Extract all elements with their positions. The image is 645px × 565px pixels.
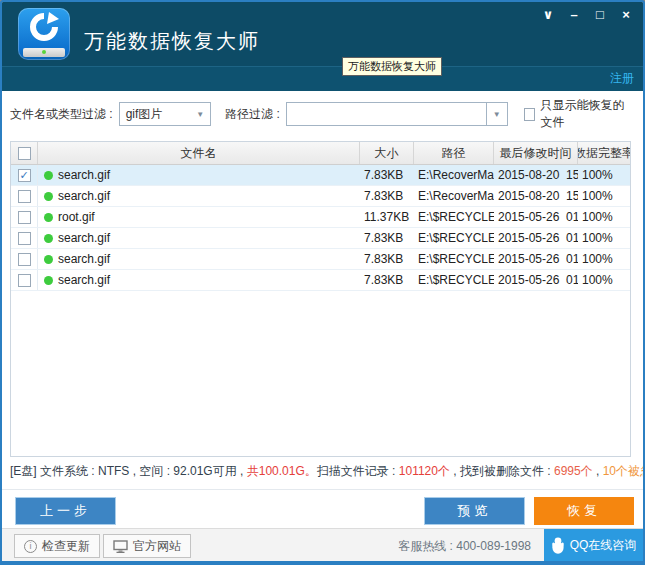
qq-penguin-icon <box>551 537 565 554</box>
row-checkbox[interactable]: ✓ <box>18 169 31 182</box>
header-strip: 注册 <box>2 66 643 91</box>
type-filter-value: gif图片 <box>126 106 163 123</box>
maximize-icon[interactable]: □ <box>593 7 607 23</box>
file-path: E:\RecoverMaste.. <box>414 168 494 182</box>
file-size: 7.83KB <box>360 189 414 203</box>
file-size: 7.83KB <box>360 231 414 245</box>
title-bar: 万能数据恢复大师 ∨ – □ × <box>2 2 643 66</box>
recoverable-checkbox[interactable] <box>524 108 536 121</box>
file-size: 7.83KB <box>360 252 414 266</box>
app-logo <box>18 8 70 60</box>
info-icon: i <box>24 540 37 553</box>
table-row[interactable]: root.gif 11.37KB E:\$RECYCLE.BIN.. 2015-… <box>11 207 630 228</box>
file-name: search.gif <box>58 168 110 182</box>
check-update-button[interactable]: i 检查更新 <box>14 534 100 558</box>
file-path: E:\$RECYCLE.BIN.. <box>414 273 494 287</box>
type-filter-select[interactable]: gif图片 ▼ <box>119 102 211 126</box>
path-filter-input[interactable] <box>286 102 486 126</box>
file-name: search.gif <box>58 252 110 266</box>
file-path: E:\$RECYCLE.BIN.. <box>414 252 494 266</box>
table-header: 文件名 大小 路径 最后修改时间 数据完整率 <box>11 142 630 165</box>
file-modified: 2015-05-26 01:14 <box>494 252 578 266</box>
status-part: , <box>593 464 603 478</box>
caret-down-icon: ▼ <box>493 110 501 119</box>
file-status-dot-icon <box>44 213 53 222</box>
column-header-modified[interactable]: 最后修改时间 <box>494 142 578 164</box>
file-path: E:\$RECYCLE.BIN.. <box>414 231 494 245</box>
path-filter-combo: ▼ <box>286 102 508 126</box>
file-status-dot-icon <box>44 255 53 264</box>
table-row[interactable]: search.gif 7.83KB E:\$RECYCLE.BIN.. 2015… <box>11 270 630 291</box>
status-scanned-count: 101120个 <box>399 464 450 478</box>
file-name: search.gif <box>58 273 110 287</box>
row-checkbox[interactable] <box>18 274 31 287</box>
file-table: 文件名 大小 路径 最后修改时间 数据完整率 ✓ search.gif 7.83… <box>10 141 631 457</box>
row-checkbox[interactable] <box>18 232 31 245</box>
app-title: 万能数据恢复大师 <box>84 28 260 55</box>
file-status-dot-icon <box>44 171 53 180</box>
check-update-label: 检查更新 <box>42 538 90 555</box>
recoverable-checkbox-label: 只显示能恢复的文件 <box>540 97 636 131</box>
file-size: 11.37KB <box>360 210 414 224</box>
recoverable-filter: 只显示能恢复的文件 <box>524 97 636 131</box>
file-integrity: 100% <box>578 210 630 224</box>
column-header-integrity[interactable]: 数据完整率 <box>578 142 630 164</box>
table-row[interactable]: search.gif 7.83KB E:\$RECYCLE.BIN.. 2015… <box>11 249 630 270</box>
separator-line <box>2 489 643 490</box>
file-status-dot-icon <box>44 234 53 243</box>
recovery-arrow-icon <box>25 11 63 49</box>
app-window: 万能数据恢复大师 ∨ – □ × 注册 万能数据恢复大师 文件名或类型过滤 : … <box>0 0 645 565</box>
status-ignored-count: 10个被忽略。 <box>603 464 645 478</box>
table-row[interactable]: search.gif 7.83KB E:\RecoverMaste.. 2015… <box>11 186 630 207</box>
scan-status-text: [E盘] 文件系统 : NTFS , 空间 : 92.01G可用 , 共100.… <box>10 463 637 480</box>
column-header-name[interactable]: 文件名 <box>38 142 360 164</box>
preview-button[interactable]: 预览 <box>424 497 525 525</box>
column-header-size[interactable]: 大小 <box>360 142 414 164</box>
file-name: search.gif <box>58 189 110 203</box>
official-site-button[interactable]: 官方网站 <box>103 534 191 558</box>
file-status-dot-icon <box>44 192 53 201</box>
monitor-icon <box>113 540 128 553</box>
file-name: search.gif <box>58 231 110 245</box>
file-integrity: 100% <box>578 231 630 245</box>
status-total-space: 共100.01G。 <box>247 464 317 478</box>
path-filter-dropdown-button[interactable]: ▼ <box>486 102 508 126</box>
back-button[interactable]: 上一步 <box>15 497 116 525</box>
file-modified: 2015-05-26 01:14 <box>494 273 578 287</box>
row-checkbox[interactable] <box>18 211 31 224</box>
path-filter-label: 路径过滤 : <box>225 106 280 123</box>
select-all-checkbox[interactable] <box>18 147 31 160</box>
recover-button[interactable]: 恢复 <box>534 497 634 525</box>
table-row[interactable]: search.gif 7.83KB E:\$RECYCLE.BIN.. 2015… <box>11 228 630 249</box>
column-header-path[interactable]: 路径 <box>414 142 494 164</box>
type-filter-label: 文件名或类型过滤 : <box>10 106 113 123</box>
file-modified: 2015-08-20 15:00 <box>494 189 578 203</box>
file-modified: 2015-08-20 15:00 <box>494 168 578 182</box>
file-modified: 2015-05-26 01:14 <box>494 210 578 224</box>
register-link[interactable]: 注册 <box>610 70 634 87</box>
file-path: E:\RecoverMaste.. <box>414 189 494 203</box>
file-name: root.gif <box>58 210 95 224</box>
qq-support-button[interactable]: QQ在线咨询 <box>544 529 643 561</box>
window-controls: ∨ – □ × <box>541 7 633 23</box>
status-deleted-count: 6995个 <box>554 464 593 478</box>
file-size: 7.83KB <box>360 273 414 287</box>
status-part: 扫描文件记录 : <box>317 464 399 478</box>
row-checkbox[interactable] <box>18 253 31 266</box>
file-integrity: 100% <box>578 252 630 266</box>
file-integrity: 100% <box>578 273 630 287</box>
file-size: 7.83KB <box>360 168 414 182</box>
minimize-icon[interactable]: – <box>567 7 581 23</box>
close-icon[interactable]: × <box>619 7 633 23</box>
hotline-text: 客服热线 : 400-089-1998 <box>398 538 531 555</box>
table-row[interactable]: ✓ search.gif 7.83KB E:\RecoverMaste.. 20… <box>11 165 630 186</box>
chevron-down-icon[interactable]: ∨ <box>541 7 555 23</box>
file-integrity: 100% <box>578 189 630 203</box>
tooltip: 万能数据恢复大师 <box>342 57 442 76</box>
filter-bar: 文件名或类型过滤 : gif图片 ▼ 路径过滤 : ▼ 只显示能恢复的文件 <box>10 101 636 127</box>
row-checkbox[interactable] <box>18 190 31 203</box>
file-path: E:\$RECYCLE.BIN.. <box>414 210 494 224</box>
caret-down-icon: ▼ <box>196 110 204 119</box>
footer-bar: i 检查更新 官方网站 客服热线 : 400-089-1998 QQ在线咨询 <box>2 528 643 561</box>
file-integrity: 100% <box>578 168 630 182</box>
